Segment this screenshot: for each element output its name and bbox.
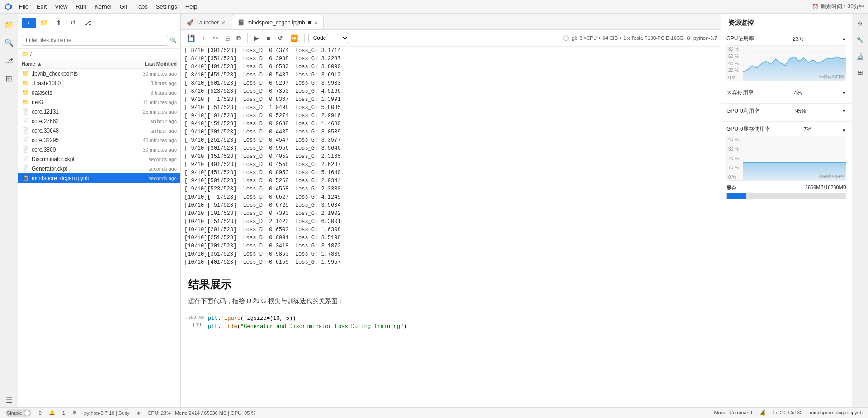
list-item[interactable]: 📄 Discriminator.ckpt seconds ago <box>18 154 180 164</box>
resource-panel-title: 资源监控 <box>721 14 852 31</box>
rs-property-inspector[interactable]: ⚙ <box>854 17 867 30</box>
file-name: Generator.ckpt <box>32 166 118 172</box>
simple-toggle[interactable]: Simple <box>5 409 32 417</box>
gpu-y-30: 30 % <box>727 147 743 152</box>
activity-extensions[interactable]: ⊞ <box>2 71 16 86</box>
activity-git[interactable]: ⎇ <box>2 53 16 68</box>
col-name-header[interactable]: Name ▲ <box>22 61 118 66</box>
file-name: .Trash-1000 <box>32 80 118 86</box>
new-launcher-button[interactable]: + <box>22 18 36 28</box>
activity-bar: 📁 🔍 ⎇ ⊞ ☰ <box>0 14 18 407</box>
list-item[interactable]: 📄 core.12131 25 minutes ago <box>18 107 180 116</box>
file-date: 40 minutes ago <box>118 138 177 143</box>
gpu-chart-area: 60秒内利用率 <box>743 136 846 180</box>
menu-file[interactable]: File <box>15 2 32 11</box>
tab-notebook[interactable]: 📓 mindspore_dcgan.ipynb × <box>232 15 324 29</box>
list-item[interactable]: 📁 datasets 3 hours ago <box>18 88 180 97</box>
cell-code[interactable]: plt.figure(figsize=(10, 5)) plt.title("G… <box>208 314 721 331</box>
menu-settings[interactable]: Settings <box>152 2 181 11</box>
copy-button[interactable]: ⎘ <box>223 32 232 44</box>
code-line-1: plt.figure(figsize=(10, 5)) <box>208 314 713 323</box>
file-type-icon: 📄 <box>22 127 29 134</box>
menu-view[interactable]: View <box>51 2 71 11</box>
list-item[interactable]: 📁 .Trash-1000 3 hours ago <box>18 78 180 88</box>
gpu-mem-expand[interactable]: ▲ <box>842 127 846 132</box>
gpu-mem-chart: 40 % 30 % 20 % 10 % 0 % <box>726 136 846 181</box>
menu-run[interactable]: Run <box>72 2 90 11</box>
list-item[interactable]: 📄 core.3800 30 minutes ago <box>18 145 180 154</box>
memory-expand[interactable]: ▼ <box>842 90 846 95</box>
file-name: netG <box>32 99 118 105</box>
list-item[interactable]: 📄 core.30648 an hour ago <box>18 126 180 135</box>
cpu-y-40: 40 % <box>727 61 743 66</box>
activity-search[interactable]: 🔍 <box>2 35 16 50</box>
cut-button[interactable]: ✂ <box>210 32 221 44</box>
menu-git[interactable]: Git <box>116 2 131 11</box>
status-settings-icon[interactable]: ⚙ <box>72 410 77 416</box>
git-button[interactable]: ⎇ <box>81 16 94 29</box>
tab-notebook-close[interactable]: × <box>314 19 318 26</box>
menu-help[interactable]: Help <box>182 2 201 11</box>
gpu-util-header: GPU-0利用率 95% ▼ <box>726 107 846 115</box>
app-logo <box>4 2 13 11</box>
gpu-y-40: 40 % <box>727 137 743 142</box>
file-type-icon: 📄 <box>22 137 29 143</box>
list-item[interactable]: 📁 netG 11 minutes ago <box>18 97 180 107</box>
col-modified-header[interactable]: Last Modified <box>118 61 177 66</box>
fast-forward-button[interactable]: ⏩ <box>288 32 301 44</box>
stop-button[interactable]: ■ <box>264 32 273 44</box>
restart-button[interactable]: ↺ <box>275 32 286 44</box>
file-type-icon: 📁 <box>22 99 29 105</box>
search-input[interactable] <box>22 35 168 46</box>
output-line: [10/10][401/523] Loss_D: 0.6159 Loss_G: … <box>181 258 721 266</box>
status-bell-icon: 🔔 <box>49 410 55 416</box>
settings-icon[interactable]: ⚙ <box>686 35 691 41</box>
file-type-icon: 📁 <box>22 80 29 86</box>
output-line: [ 9/10][501/523] Loss_D: 0.5268 Loss_G: … <box>181 177 721 185</box>
list-item[interactable]: 📄 core.31295 40 minutes ago <box>18 135 180 145</box>
notebook-content[interactable]: [ 8/10][301/523] Loss_D: 0.4374 Loss_G: … <box>181 47 721 407</box>
tab-launcher-close[interactable]: × <box>222 19 225 26</box>
paste-button[interactable]: ⧉ <box>234 32 244 44</box>
gpu-util-expand[interactable]: ▼ <box>842 109 846 114</box>
sort-icon: ▲ <box>37 61 42 66</box>
menu-kernel[interactable]: Kernel <box>91 2 115 11</box>
run-button[interactable]: ▶ <box>251 32 262 44</box>
menu-edit[interactable]: Edit <box>33 2 50 11</box>
upload-button[interactable]: ⬆ <box>52 16 65 29</box>
list-item[interactable]: 📓 mindspore_dcgan.ipynb seconds ago <box>18 173 180 183</box>
rs-notebook-tools[interactable]: 🔬 <box>854 50 867 62</box>
cell-type-select[interactable]: Code Markdown Raw <box>308 33 349 43</box>
menu-tabs[interactable]: Tabs <box>132 2 151 11</box>
tab-notebook-label: mindspore_dcgan.ipynb <box>247 19 305 26</box>
tab-launcher[interactable]: 🚀 Launcher × <box>181 15 231 29</box>
activity-files[interactable]: 📁 <box>2 17 16 32</box>
rs-debug[interactable]: 🔧 <box>854 33 867 46</box>
output-line: [ 9/10][101/523] Loss_D: 0.5274 Loss_G: … <box>181 112 721 120</box>
new-folder-button[interactable]: 📁 <box>38 16 51 29</box>
list-item[interactable]: 📁 .ipynb_checkpoints 30 minutes ago <box>18 69 180 78</box>
tab-launcher-label: Launcher <box>196 19 219 26</box>
tabs-bar: 🚀 Launcher × 📓 mindspore_dcgan.ipynb × <box>181 14 721 30</box>
activity-menu[interactable]: ☰ <box>2 393 16 407</box>
list-item[interactable]: 📄 Generator.ckpt seconds ago <box>18 164 180 173</box>
save-button[interactable]: 💾 <box>184 32 198 44</box>
refresh-button[interactable]: ↺ <box>67 16 80 29</box>
output-line: [ 9/10][351/523] Loss_D: 0.4052 Loss_G: … <box>181 152 721 161</box>
gpu-mem-value: 17% <box>801 126 811 133</box>
gpu-mem-section: GPU-0显存使用率 17% ▲ 40 % 30 % 20 % 10 % 0 % <box>721 122 852 203</box>
notebook-toolbar: 💾 + ✂ ⎘ ⧉ ▶ ■ ↺ ⏩ Code Markdown Raw 🕐 gi… <box>181 30 721 47</box>
cpu-expand[interactable]: ▲ <box>842 36 846 41</box>
rs-extensions[interactable]: ⊞ <box>854 66 867 79</box>
resource-panel: 资源监控 CPU使用率 23% ▲ 80 % 60 % 40 % 20 % 0 … <box>721 14 852 407</box>
list-item[interactable]: 📄 core.27662 an hour ago <box>18 116 180 126</box>
cpu-chart-area: 60秒内利用率 <box>743 46 846 81</box>
output-line: [10/10][101/523] Loss_D: 0.7393 Loss_G: … <box>181 209 721 218</box>
status-cpu-mem: CPU: 23% | Mem: 2414 / 65536 MB | GPU: 9… <box>148 410 256 416</box>
clock-icon: 🕐 <box>563 35 569 41</box>
file-type-icon: 📄 <box>22 118 29 124</box>
cell-19: 299 ms [19] plt.figure(figsize=(10, 5)) … <box>181 313 721 332</box>
status-one: 1 <box>62 410 65 416</box>
add-cell-button[interactable]: + <box>199 32 208 44</box>
search-icon[interactable]: 🔍 <box>170 37 177 43</box>
